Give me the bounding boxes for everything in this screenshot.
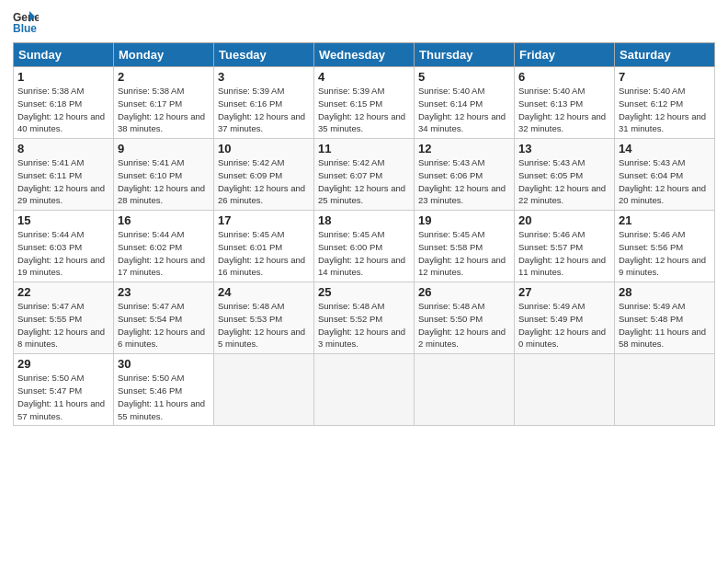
- day-number: 9: [118, 142, 210, 155]
- day-number: 2: [118, 70, 210, 84]
- header: General Blue: [13, 9, 715, 35]
- col-header-wednesday: Wednesday: [314, 43, 415, 67]
- calendar-cell: 8 Sunrise: 5:41 AM Sunset: 6:11 PM Dayli…: [14, 139, 114, 211]
- day-number: 21: [619, 213, 711, 227]
- calendar-cell: 3 Sunrise: 5:39 AM Sunset: 6:16 PM Dayli…: [214, 67, 314, 139]
- page-container: General Blue SundayMondayTuesdayWednesda…: [0, 0, 728, 433]
- day-info: Sunrise: 5:49 AM Sunset: 5:48 PM Dayligh…: [619, 300, 711, 350]
- calendar-cell: 28 Sunrise: 5:49 AM Sunset: 5:48 PM Dayl…: [615, 282, 715, 354]
- day-number: 20: [518, 213, 610, 227]
- calendar-cell: 7 Sunrise: 5:40 AM Sunset: 6:12 PM Dayli…: [615, 67, 715, 139]
- day-number: 1: [17, 70, 109, 84]
- col-header-tuesday: Tuesday: [214, 43, 314, 67]
- day-number: 29: [17, 357, 109, 371]
- day-number: 22: [17, 285, 109, 299]
- day-number: 4: [318, 70, 410, 84]
- day-number: 18: [318, 213, 410, 227]
- calendar-cell: 1 Sunrise: 5:38 AM Sunset: 6:18 PM Dayli…: [14, 67, 114, 139]
- day-info: Sunrise: 5:38 AM Sunset: 6:17 PM Dayligh…: [118, 85, 210, 135]
- day-info: Sunrise: 5:38 AM Sunset: 6:18 PM Dayligh…: [17, 85, 109, 135]
- calendar-cell: 24 Sunrise: 5:48 AM Sunset: 5:53 PM Dayl…: [214, 282, 314, 354]
- col-header-friday: Friday: [515, 43, 615, 67]
- calendar-cell: 23 Sunrise: 5:47 AM Sunset: 5:54 PM Dayl…: [114, 282, 214, 354]
- logo: General Blue: [13, 9, 39, 35]
- day-number: 28: [619, 285, 711, 299]
- day-info: Sunrise: 5:45 AM Sunset: 6:01 PM Dayligh…: [218, 228, 310, 279]
- day-info: Sunrise: 5:48 AM Sunset: 5:50 PM Dayligh…: [418, 300, 510, 350]
- calendar-week-3: 22 Sunrise: 5:47 AM Sunset: 5:55 PM Dayl…: [14, 282, 715, 354]
- calendar-cell: 29 Sunrise: 5:50 AM Sunset: 5:47 PM Dayl…: [14, 354, 114, 426]
- day-number: 30: [118, 357, 210, 371]
- day-info: Sunrise: 5:47 AM Sunset: 5:54 PM Dayligh…: [118, 300, 210, 350]
- calendar-cell: 6 Sunrise: 5:40 AM Sunset: 6:13 PM Dayli…: [515, 67, 615, 139]
- calendar-cell: 13 Sunrise: 5:43 AM Sunset: 6:05 PM Dayl…: [515, 139, 615, 211]
- calendar-week-4: 29 Sunrise: 5:50 AM Sunset: 5:47 PM Dayl…: [14, 354, 715, 426]
- day-number: 5: [418, 70, 510, 84]
- day-info: Sunrise: 5:44 AM Sunset: 6:03 PM Dayligh…: [17, 228, 109, 279]
- svg-text:Blue: Blue: [13, 22, 37, 35]
- day-info: Sunrise: 5:44 AM Sunset: 6:02 PM Dayligh…: [118, 228, 210, 279]
- day-number: 15: [17, 213, 109, 227]
- calendar-cell: 21 Sunrise: 5:46 AM Sunset: 5:56 PM Dayl…: [615, 211, 715, 282]
- calendar-table: SundayMondayTuesdayWednesdayThursdayFrid…: [13, 42, 715, 426]
- day-number: 10: [218, 142, 310, 155]
- day-info: Sunrise: 5:46 AM Sunset: 5:56 PM Dayligh…: [619, 228, 711, 279]
- calendar-cell: 9 Sunrise: 5:41 AM Sunset: 6:10 PM Dayli…: [114, 139, 214, 211]
- calendar-cell: [214, 354, 314, 426]
- calendar-cell: 27 Sunrise: 5:49 AM Sunset: 5:49 PM Dayl…: [515, 282, 615, 354]
- day-info: Sunrise: 5:50 AM Sunset: 5:47 PM Dayligh…: [17, 372, 109, 422]
- calendar-cell: 5 Sunrise: 5:40 AM Sunset: 6:14 PM Dayli…: [415, 67, 515, 139]
- day-number: 24: [218, 285, 310, 299]
- calendar-cell: 4 Sunrise: 5:39 AM Sunset: 6:15 PM Dayli…: [314, 67, 415, 139]
- col-header-sunday: Sunday: [14, 43, 114, 67]
- calendar-week-0: 1 Sunrise: 5:38 AM Sunset: 6:18 PM Dayli…: [14, 67, 715, 139]
- day-info: Sunrise: 5:45 AM Sunset: 6:00 PM Dayligh…: [318, 228, 410, 279]
- day-info: Sunrise: 5:45 AM Sunset: 5:58 PM Dayligh…: [418, 228, 510, 279]
- calendar-cell: [314, 354, 415, 426]
- day-info: Sunrise: 5:43 AM Sunset: 6:04 PM Dayligh…: [619, 156, 711, 207]
- calendar-cell: 10 Sunrise: 5:42 AM Sunset: 6:09 PM Dayl…: [214, 139, 314, 211]
- day-info: Sunrise: 5:43 AM Sunset: 6:06 PM Dayligh…: [418, 156, 510, 207]
- col-header-thursday: Thursday: [415, 43, 515, 67]
- day-info: Sunrise: 5:42 AM Sunset: 6:07 PM Dayligh…: [318, 156, 410, 207]
- header-row: SundayMondayTuesdayWednesdayThursdayFrid…: [14, 43, 715, 67]
- day-info: Sunrise: 5:42 AM Sunset: 6:09 PM Dayligh…: [218, 156, 310, 207]
- day-info: Sunrise: 5:49 AM Sunset: 5:49 PM Dayligh…: [518, 300, 610, 350]
- day-number: 8: [17, 142, 109, 155]
- day-info: Sunrise: 5:47 AM Sunset: 5:55 PM Dayligh…: [17, 300, 109, 350]
- calendar-cell: [415, 354, 515, 426]
- logo-icon: General Blue: [13, 9, 39, 35]
- calendar-cell: 30 Sunrise: 5:50 AM Sunset: 5:46 PM Dayl…: [114, 354, 214, 426]
- day-info: Sunrise: 5:40 AM Sunset: 6:12 PM Dayligh…: [619, 85, 711, 135]
- day-info: Sunrise: 5:50 AM Sunset: 5:46 PM Dayligh…: [118, 372, 210, 422]
- day-number: 19: [418, 213, 510, 227]
- day-number: 11: [318, 142, 410, 155]
- day-number: 26: [418, 285, 510, 299]
- day-info: Sunrise: 5:40 AM Sunset: 6:14 PM Dayligh…: [418, 85, 510, 135]
- calendar-week-1: 8 Sunrise: 5:41 AM Sunset: 6:11 PM Dayli…: [14, 139, 715, 211]
- calendar-cell: 2 Sunrise: 5:38 AM Sunset: 6:17 PM Dayli…: [114, 67, 214, 139]
- calendar-cell: [515, 354, 615, 426]
- calendar-cell: 26 Sunrise: 5:48 AM Sunset: 5:50 PM Dayl…: [415, 282, 515, 354]
- calendar-cell: 18 Sunrise: 5:45 AM Sunset: 6:00 PM Dayl…: [314, 211, 415, 282]
- calendar-cell: 11 Sunrise: 5:42 AM Sunset: 6:07 PM Dayl…: [314, 139, 415, 211]
- calendar-cell: 15 Sunrise: 5:44 AM Sunset: 6:03 PM Dayl…: [14, 211, 114, 282]
- calendar-cell: 14 Sunrise: 5:43 AM Sunset: 6:04 PM Dayl…: [615, 139, 715, 211]
- day-number: 7: [619, 70, 711, 84]
- day-number: 12: [418, 142, 510, 155]
- day-number: 23: [118, 285, 210, 299]
- calendar-cell: 19 Sunrise: 5:45 AM Sunset: 5:58 PM Dayl…: [415, 211, 515, 282]
- day-number: 13: [518, 142, 610, 155]
- calendar-cell: 20 Sunrise: 5:46 AM Sunset: 5:57 PM Dayl…: [515, 211, 615, 282]
- day-number: 3: [218, 70, 310, 84]
- calendar-week-2: 15 Sunrise: 5:44 AM Sunset: 6:03 PM Dayl…: [14, 211, 715, 282]
- day-info: Sunrise: 5:41 AM Sunset: 6:10 PM Dayligh…: [118, 156, 210, 207]
- calendar-cell: [615, 354, 715, 426]
- day-number: 6: [518, 70, 610, 84]
- day-info: Sunrise: 5:46 AM Sunset: 5:57 PM Dayligh…: [518, 228, 610, 279]
- day-info: Sunrise: 5:48 AM Sunset: 5:52 PM Dayligh…: [318, 300, 410, 350]
- calendar-cell: 25 Sunrise: 5:48 AM Sunset: 5:52 PM Dayl…: [314, 282, 415, 354]
- day-info: Sunrise: 5:39 AM Sunset: 6:16 PM Dayligh…: [218, 85, 310, 135]
- day-info: Sunrise: 5:39 AM Sunset: 6:15 PM Dayligh…: [318, 85, 410, 135]
- day-info: Sunrise: 5:48 AM Sunset: 5:53 PM Dayligh…: [218, 300, 310, 350]
